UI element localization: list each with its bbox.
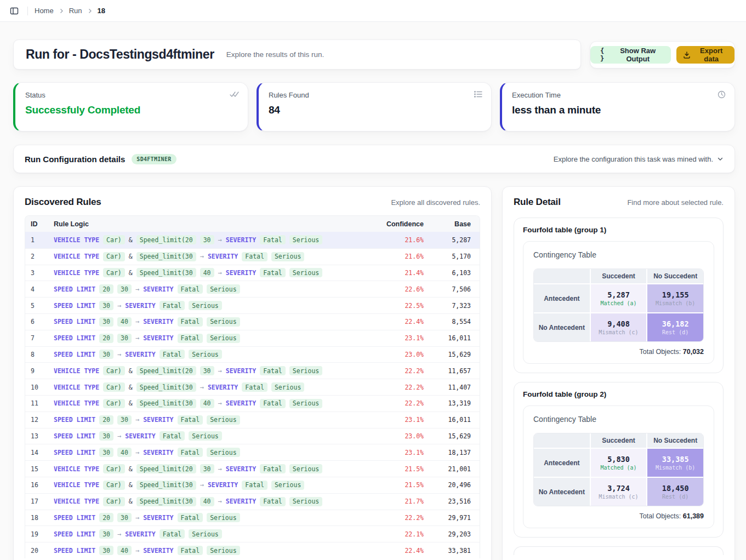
export-data-label: Export data [694, 47, 728, 63]
rule-row[interactable]: 14 SPEED LIMIT3040→SEVERITYFatalSerious … [25, 444, 480, 460]
rule-row[interactable]: 10 VEHICLE TYPECar)&Speed_limit(30→SEVER… [25, 379, 480, 395]
rule-row[interactable]: 1 VEHICLE TYPECar)&Speed_limit(2030→SEVE… [25, 232, 480, 248]
rule-base: 11,657 [424, 367, 471, 375]
rule-token-chip: Serious [189, 431, 221, 441]
rule-token-chip: Car) [103, 464, 125, 473]
rule-confidence: 23.1% [373, 416, 424, 424]
rule-token-chip: Speed_limit(30 [136, 252, 196, 261]
rule-token-arrow: → [200, 481, 204, 489]
divider [27, 7, 28, 15]
contingency-row-header: No Antecedent [534, 313, 590, 341]
rule-token-chip: 20 [99, 513, 113, 522]
contingency-cell: 9,408Mismatch (c) [591, 313, 647, 341]
rule-token-chip: Fatal [260, 399, 286, 408]
top-bar: Home Run 18 [0, 0, 746, 22]
rule-confidence: 21.6% [373, 253, 424, 260]
rule-row[interactable]: 20 SPEED LIMIT3040→SEVERITYFatalSerious … [25, 542, 480, 558]
rule-logic: VEHICLE TYPECar)&Speed_limit(3040→SEVERI… [54, 399, 373, 408]
rule-id: 13 [31, 432, 54, 440]
rule-row[interactable]: 6 SPEED LIMIT3040→SEVERITYFatalSerious 2… [25, 313, 480, 330]
download-icon [683, 51, 691, 59]
rule-id: 11 [31, 399, 54, 407]
rule-confidence: 23.1% [373, 334, 424, 342]
rule-token-chip: 30 [99, 448, 113, 457]
rule-token-arrow: → [218, 367, 222, 375]
rule-token-arrow: → [218, 269, 222, 277]
rule-base: 15,629 [424, 432, 471, 440]
rule-row[interactable]: 19 SPEED LIMIT30→SEVERITYFatalSerious 22… [25, 525, 480, 542]
rule-row[interactable]: 11 VEHICLE TYPECar)&Speed_limit(3040→SEV… [25, 395, 480, 412]
rule-token-chip: Serious [207, 334, 240, 343]
rule-row[interactable]: 9 VEHICLE TYPECar)&Speed_limit(2030→SEVE… [25, 362, 480, 379]
rule-token-chip: 30 [117, 334, 132, 343]
rule-confidence: 21.5% [373, 481, 424, 489]
rule-base: 29,971 [424, 514, 471, 522]
rule-row[interactable]: 8 SPEED LIMIT30→SEVERITYFatalSerious 23.… [25, 346, 480, 363]
rule-row[interactable]: 13 SPEED LIMIT30→SEVERITYFatalSerious 23… [25, 428, 480, 444]
rule-logic: VEHICLE TYPECar)&Speed_limit(2030→SEVERI… [54, 366, 373, 375]
execution-time-value: less than a minute [512, 104, 725, 116]
rule-token-chip: Fatal [178, 448, 203, 457]
contingency-col-header: Succedent [591, 269, 647, 283]
show-raw-output-button[interactable]: { } Show Raw Output [590, 46, 671, 64]
rule-token-arrow: → [200, 253, 204, 260]
rule-row[interactable]: 15 VEHICLE TYPECar)&Speed_limit(2030→SEV… [25, 460, 480, 477]
rule-row[interactable]: 7 SPEED LIMIT2030→SEVERITYFatalSerious 2… [25, 330, 480, 346]
configuration-expand-control[interactable]: Explore the configuration this task was … [554, 155, 724, 163]
fourfold-table-card: Fourfold table (group 2) Contingency Tab… [514, 382, 724, 538]
rule-token-attr: SPEED LIMIT [54, 547, 95, 555]
rules-found-label: Rules Found [269, 91, 481, 99]
discovered-rules-panel: Discovered Rules Explore all discovered … [13, 186, 492, 560]
rule-token-chip: Speed_limit(30 [136, 481, 196, 490]
export-data-button[interactable]: Export data [676, 46, 734, 64]
rule-confidence: 23.0% [373, 351, 424, 358]
rule-id: 19 [31, 530, 54, 538]
rule-row[interactable]: 17 VEHICLE TYPECar)&Speed_limit(3040→SEV… [25, 493, 480, 510]
rule-row[interactable]: 5 SPEED LIMIT30→SEVERITYFatalSerious 22.… [25, 297, 480, 313]
rule-base: 8,554 [424, 318, 471, 325]
rule-token-chip: Serious [289, 235, 322, 244]
contingency-col-header: Succedent [591, 433, 647, 448]
rule-token-chip: 40 [200, 399, 214, 408]
rule-token-chip: Car) [103, 399, 125, 408]
rule-row[interactable]: 3 VEHICLE TYPECar)&Speed_limit(3040→SEVE… [25, 265, 480, 281]
rule-token-chip: 30 [99, 529, 113, 539]
rule-row[interactable]: 2 VEHICLE TYPECar)&Speed_limit(30→SEVERI… [25, 248, 480, 265]
rule-token-chip: Speed_limit(20 [136, 366, 196, 375]
rule-row[interactable]: 12 SPEED LIMIT2030→SEVERITYFatalSerious … [25, 412, 480, 428]
breadcrumb-home[interactable]: Home [35, 7, 54, 15]
rule-token-chip: 40 [117, 317, 132, 327]
rule-token-chip: Car) [103, 481, 125, 490]
sidebar-toggle-icon[interactable] [8, 4, 21, 18]
rule-logic: SPEED LIMIT30→SEVERITYFatalSerious [54, 529, 373, 539]
rule-token-attr: SEVERITY [208, 481, 238, 489]
contingency-table: Succedent No Succedent Antecedent 5,830M… [533, 433, 704, 506]
contingency-cell: 33,385Mismatch (b) [647, 449, 703, 477]
rule-row[interactable]: 4 SPEED LIMIT2030→SEVERITYFatalSerious 2… [25, 281, 480, 297]
contingency-cell-label: Mismatch (c) [599, 494, 638, 500]
rule-id: 15 [31, 465, 54, 473]
rule-token-chip: 30 [99, 350, 113, 359]
rule-token-chip: Serious [289, 497, 322, 506]
discovered-rules-subtitle: Explore all discovered rules. [391, 198, 480, 207]
contingency-cell-value: 9,408 [607, 319, 630, 328]
run-configuration-bar[interactable]: Run Configuration details SD4FTMINER Exp… [13, 145, 735, 173]
rule-confidence: 21.5% [373, 465, 424, 473]
rules-table-body: 1 VEHICLE TYPECar)&Speed_limit(2030→SEVE… [25, 232, 480, 558]
column-header-rule-logic: Rule Logic [54, 220, 373, 228]
rule-token-chip: Speed_limit(30 [136, 382, 196, 392]
rule-row[interactable]: 16 VEHICLE TYPECar)&Speed_limit(30→SEVER… [25, 477, 480, 493]
chevron-down-icon [717, 156, 724, 162]
contingency-cell-value: 5,287 [607, 290, 630, 299]
breadcrumb-run[interactable]: Run [69, 7, 82, 15]
rule-confidence: 22.2% [373, 384, 424, 391]
column-header-id: ID [31, 220, 54, 228]
rule-token-attr: VEHICLE TYPE [54, 384, 99, 391]
rule-row[interactable]: 18 SPEED LIMIT2030→SEVERITYFatalSerious … [25, 510, 480, 526]
page-subtitle: Explore the results of this run. [226, 50, 324, 59]
rule-id: 5 [31, 302, 54, 310]
rule-token-arrow: → [218, 236, 222, 244]
rule-token-attr: SEVERITY [143, 285, 173, 293]
page-title: Run for - DocsTestingsd4ftminer [26, 47, 214, 62]
rule-token-attr: VEHICLE TYPE [54, 481, 99, 489]
